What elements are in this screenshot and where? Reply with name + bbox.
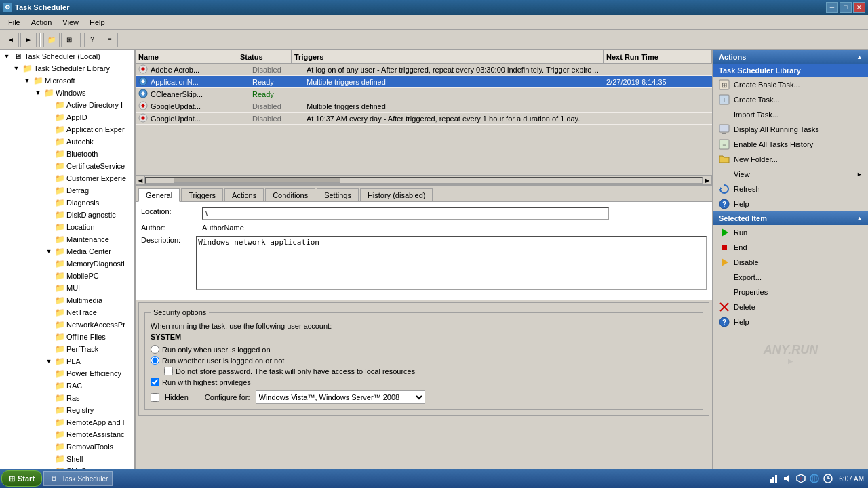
tree-item-windows[interactable]: ▼ 📁 Windows bbox=[0, 87, 134, 99]
table-row[interactable]: GoogleUpdat... Disabled Multiple trigger… bbox=[136, 100, 712, 113]
action-end[interactable]: End bbox=[713, 240, 868, 255]
action-help-library[interactable]: ? Help bbox=[713, 197, 868, 211]
hidden-checkbox[interactable] bbox=[151, 393, 159, 402]
tree-item-remoteapp[interactable]: 📁 RemoteApp and I bbox=[0, 416, 134, 428]
taskbar-item-taskscheduler[interactable]: ⚙ Task Scheduler bbox=[43, 471, 113, 486]
list-button[interactable]: ≡ bbox=[102, 33, 118, 47]
action-refresh[interactable]: Refresh bbox=[713, 182, 868, 197]
tree-item-mobilepc[interactable]: 📁 MobilePC bbox=[0, 270, 134, 282]
tree-item-removaltools[interactable]: 📁 RemovalTools bbox=[0, 441, 134, 453]
table-row[interactable]: Adobe Acrob... Disabled At log on of any… bbox=[136, 64, 712, 76]
tree-item-label: Power Efficiency bbox=[66, 369, 121, 378]
tree-item-offlinefiles[interactable]: 📁 Offline Files bbox=[0, 331, 134, 343]
col-header-nextrun[interactable]: Next Run Time bbox=[604, 50, 712, 63]
tree-item-registry[interactable]: 📁 Registry bbox=[0, 404, 134, 416]
tree-item-maintenance[interactable]: 📁 Maintenance bbox=[0, 233, 134, 245]
checkbox-highest-priv[interactable] bbox=[151, 378, 159, 386]
action-run[interactable]: Run bbox=[713, 225, 868, 240]
scroll-right-btn[interactable]: ► bbox=[703, 176, 712, 185]
menu-view[interactable]: View bbox=[57, 17, 84, 28]
folder-button[interactable]: 📁 bbox=[43, 33, 60, 47]
action-view[interactable]: View ► bbox=[713, 167, 868, 182]
action-display-running[interactable]: Display All Running Tasks bbox=[713, 122, 868, 137]
start-button[interactable]: ⊞ Start bbox=[1, 470, 42, 487]
tab-conditions[interactable]: Conditions bbox=[265, 188, 315, 201]
tree-item-rac[interactable]: 📁 RAC bbox=[0, 380, 134, 392]
action-properties[interactable]: Properties bbox=[713, 285, 868, 300]
tree-item-memdiag[interactable]: 📁 MemoryDiagnosti bbox=[0, 258, 134, 270]
tab-general[interactable]: General bbox=[138, 188, 180, 202]
tree-item-diskdiag[interactable]: 📁 DiskDiagnostic bbox=[0, 209, 134, 221]
tree-item-networkaccess[interactable]: 📁 NetworkAccessPr bbox=[0, 319, 134, 331]
tree-item-location[interactable]: 📁 Location bbox=[0, 221, 134, 233]
tree-item-mediacenter[interactable]: ▼ 📁 Media Center bbox=[0, 245, 134, 258]
tree-item-microsoft[interactable]: ▼ 📁 Microsoft bbox=[0, 75, 134, 87]
col-header-status[interactable]: Status bbox=[237, 50, 292, 63]
tree-item-autochk[interactable]: 📁 Autochk bbox=[0, 136, 134, 148]
tab-triggers[interactable]: Triggers bbox=[181, 188, 223, 201]
table-row[interactable]: ApplicationN... Ready Multiple triggers … bbox=[136, 76, 712, 88]
menu-file[interactable]: File bbox=[3, 17, 26, 28]
grid-button[interactable]: ⊞ bbox=[61, 33, 77, 47]
tree-item-bluetooth[interactable]: 📁 Bluetooth bbox=[0, 148, 134, 160]
table-row[interactable]: GoogleUpdat... Disabled At 10:37 AM ever… bbox=[136, 113, 712, 125]
tree-item-shell[interactable]: 📁 Shell bbox=[0, 453, 134, 465]
menu-help[interactable]: Help bbox=[84, 17, 111, 28]
tab-history[interactable]: History (disabled) bbox=[360, 188, 433, 201]
tree-item-diagnosis[interactable]: 📁 Diagnosis bbox=[0, 197, 134, 209]
disable-label: Disable bbox=[734, 258, 759, 266]
action-create-basic[interactable]: ⊞ Create Basic Task... bbox=[713, 77, 868, 92]
action-help-item[interactable]: ? Help bbox=[713, 314, 868, 329]
tab-actions[interactable]: Actions bbox=[224, 188, 264, 201]
action-delete[interactable]: Delete bbox=[713, 300, 868, 314]
tree-item-appid[interactable]: 📁 AppID bbox=[0, 111, 134, 123]
expand-icon: ▼ bbox=[1, 51, 12, 62]
tree-item-library[interactable]: ▼ 📁 Task Scheduler Library bbox=[0, 62, 134, 75]
tree-item-ras[interactable]: 📁 Ras bbox=[0, 392, 134, 404]
tree-item-nettrace[interactable]: 📁 NetTrace bbox=[0, 306, 134, 319]
tree-item-remoteassist[interactable]: 📁 RemoteAssistanc bbox=[0, 428, 134, 441]
action-disable[interactable]: Disable bbox=[713, 255, 868, 270]
help-button[interactable]: ? bbox=[84, 33, 100, 47]
menu-action[interactable]: Action bbox=[26, 17, 58, 28]
forward-button[interactable]: ► bbox=[20, 33, 37, 47]
radio-logged-on[interactable] bbox=[151, 345, 159, 354]
scroll-track[interactable] bbox=[145, 177, 703, 184]
configure-label: Configure for: bbox=[205, 393, 250, 401]
checkbox-no-store-label: Do not store password. The task will onl… bbox=[176, 367, 415, 375]
horizontal-scrollbar[interactable]: ◄ ► bbox=[136, 175, 712, 184]
tree-item-mui[interactable]: 📁 MUI bbox=[0, 282, 134, 294]
description-textarea[interactable]: Windows network application bbox=[196, 236, 707, 290]
tree-item-defrag[interactable]: 📁 Defrag bbox=[0, 184, 134, 197]
action-export[interactable]: Export... bbox=[713, 270, 868, 285]
col-header-triggers[interactable]: Triggers bbox=[292, 50, 604, 63]
task-name: GoogleUpdat... bbox=[148, 102, 250, 111]
task-row-icon bbox=[136, 64, 148, 76]
table-row[interactable]: CCleanerSkip... Ready bbox=[136, 88, 712, 100]
tree-item-powereff[interactable]: 📁 Power Efficiency bbox=[0, 367, 134, 380]
tree-item-customer[interactable]: 📁 Customer Experie bbox=[0, 172, 134, 184]
radio-whether-logged[interactable] bbox=[151, 356, 159, 365]
location-input[interactable] bbox=[202, 207, 609, 220]
close-button[interactable]: ✕ bbox=[853, 2, 865, 13]
tree-item-pla[interactable]: ▼ 📁 PLA bbox=[0, 355, 134, 367]
tree-root[interactable]: ▼ 🖥 Task Scheduler (Local) bbox=[0, 50, 134, 62]
scroll-left-btn[interactable]: ◄ bbox=[136, 176, 145, 185]
col-header-name[interactable]: Name bbox=[136, 50, 237, 63]
tree-item-perftrack[interactable]: 📁 PerfTrack bbox=[0, 343, 134, 355]
tree-item-activedirectory[interactable]: 📁 Active Directory I bbox=[0, 99, 134, 111]
folder-icon: 📁 bbox=[54, 430, 65, 439]
tree-item-multimedia[interactable]: 📁 Multimedia bbox=[0, 294, 134, 306]
tree-item-certservice[interactable]: 📁 CertificateService bbox=[0, 160, 134, 172]
tab-settings[interactable]: Settings bbox=[317, 188, 359, 201]
action-create-task[interactable]: + Create Task... bbox=[713, 92, 868, 107]
action-new-folder[interactable]: New Folder... bbox=[713, 152, 868, 167]
action-import[interactable]: Import Task... bbox=[713, 107, 868, 122]
back-button[interactable]: ◄ bbox=[3, 33, 19, 47]
configure-select[interactable]: Windows Vista™, Windows Server™ 2008 bbox=[256, 390, 425, 404]
action-enable-history[interactable]: ≡ Enable All Tasks History bbox=[713, 137, 868, 152]
maximize-button[interactable]: □ bbox=[840, 2, 852, 13]
checkbox-no-store[interactable] bbox=[164, 367, 173, 375]
tree-item-appexper[interactable]: 📁 Application Exper bbox=[0, 123, 134, 136]
minimize-button[interactable]: ─ bbox=[826, 2, 838, 13]
